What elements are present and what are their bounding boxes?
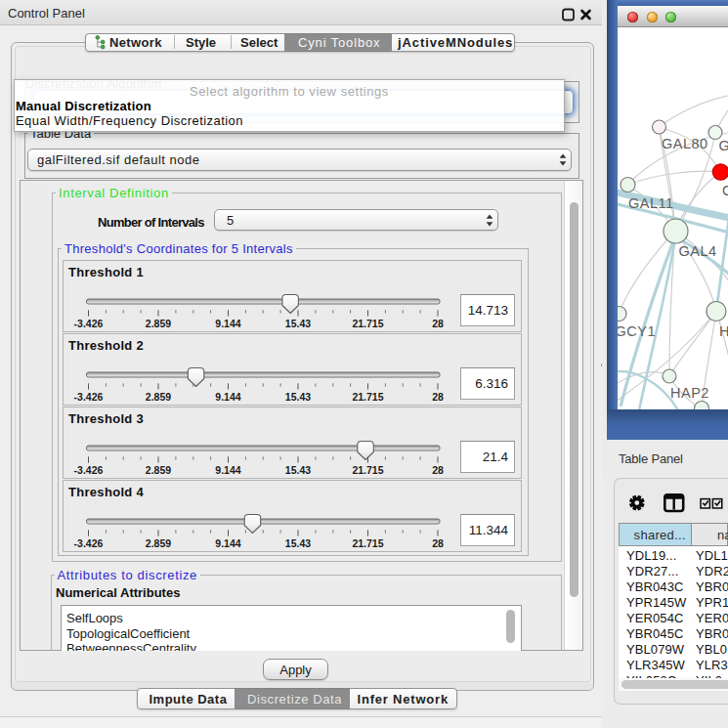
svg-text:2.859: 2.859 <box>145 391 170 403</box>
svg-text:9.144: 9.144 <box>215 537 240 549</box>
svg-text:GAL4: GAL4 <box>678 243 716 259</box>
svg-text:GAL11: GAL11 <box>628 195 674 211</box>
svg-text:15.43: 15.43 <box>284 537 310 549</box>
svg-text:GAL80: GAL80 <box>662 136 708 151</box>
svg-text:2.859: 2.859 <box>145 318 170 329</box>
svg-text:28: 28 <box>432 464 444 476</box>
svg-text:15.43: 15.43 <box>284 318 310 329</box>
svg-text:GA: GA <box>718 138 728 153</box>
svg-text:21.715: 21.715 <box>352 318 383 329</box>
svg-text:21.715: 21.715 <box>352 391 383 403</box>
svg-text:C: C <box>722 183 728 198</box>
svg-text:9.144: 9.144 <box>215 318 240 329</box>
svg-text:-3.426: -3.426 <box>73 391 103 403</box>
svg-text:2.859: 2.859 <box>145 464 170 476</box>
svg-text:2.859: 2.859 <box>145 537 170 549</box>
svg-text:-3.426: -3.426 <box>73 464 103 476</box>
svg-text:GCY1: GCY1 <box>618 323 656 339</box>
svg-text:21.715: 21.715 <box>352 464 383 476</box>
svg-text:HAP2: HAP2 <box>670 385 709 401</box>
svg-text:-3.426: -3.426 <box>73 537 103 549</box>
svg-text:15.43: 15.43 <box>284 391 310 403</box>
svg-text:H: H <box>719 323 728 339</box>
svg-text:28: 28 <box>432 318 444 329</box>
svg-text:-3.426: -3.426 <box>73 318 103 329</box>
svg-text:28: 28 <box>432 391 444 403</box>
svg-text:21.715: 21.715 <box>352 537 383 549</box>
svg-text:15.43: 15.43 <box>284 464 310 476</box>
svg-text:9.144: 9.144 <box>215 391 240 403</box>
svg-text:28: 28 <box>432 537 444 549</box>
svg-text:9.144: 9.144 <box>215 464 240 476</box>
